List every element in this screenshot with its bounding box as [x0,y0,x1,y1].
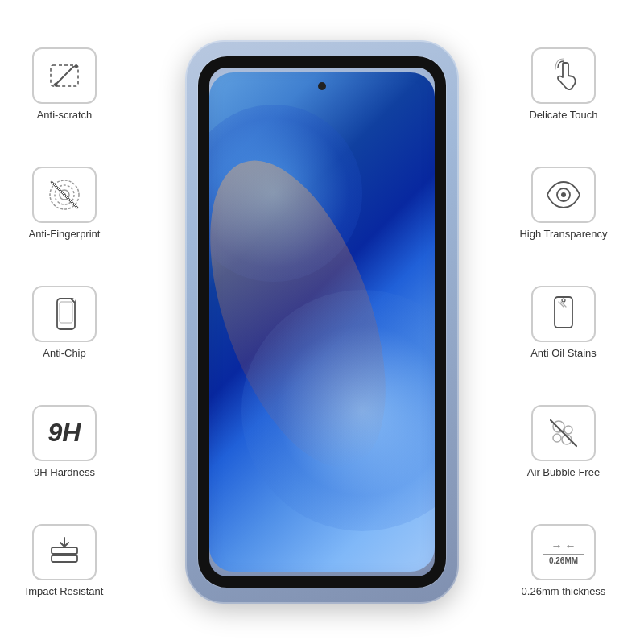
main-container: Anti-scratch Anti-Fingerprint [0,0,644,644]
feature-delicate-touch: Delicate Touch [529,47,597,121]
thickness-label: 0.26mm thickness [522,585,606,597]
screen-protector [198,56,446,588]
touch-icon [543,55,584,97]
feature-anti-oil-stains: Anti Oil Stains [530,286,597,359]
svg-rect-13 [52,547,77,554]
high-transparency-label: High Transparency [519,228,607,240]
svg-rect-11 [60,302,72,323]
air-bubble-free-icon-box [531,405,596,461]
feature-high-transparency: High Transparency [519,167,607,240]
eye-icon [543,174,584,216]
delicate-touch-label: Delicate Touch [529,109,597,121]
arrow-right: ← [564,539,576,552]
phone-outer [185,40,459,604]
anti-scratch-label: Anti-scratch [37,109,93,121]
feature-anti-chip: Anti-Chip [32,286,97,359]
anti-fingerprint-icon-box [32,167,97,223]
anti-chip-icon-box [32,286,97,342]
left-features-column: Anti-scratch Anti-Fingerprint [0,16,129,628]
feature-9h-hardness: 9H 9H Hardness [32,405,97,478]
anti-oil-stains-icon-box [531,286,596,342]
9h-icon-box: 9H [32,405,97,461]
impact-resistant-icon-box [32,524,97,580]
svg-point-17 [561,192,566,197]
svg-line-19 [559,302,564,307]
impact-icon [43,531,85,573]
svg-line-20 [561,302,566,307]
feature-anti-scratch: Anti-scratch [32,47,97,121]
svg-point-21 [562,299,565,302]
svg-point-22 [553,421,564,432]
svg-point-24 [553,434,561,442]
scratch-icon [44,56,85,96]
chip-icon [44,294,85,334]
thickness-inner: → ← 0.26MM [543,539,584,565]
thickness-value: 0.26MM [543,554,584,565]
anti-fingerprint-label: Anti-Fingerprint [29,228,101,240]
thickness-icon-box: → ← 0.26MM [531,524,596,580]
svg-point-23 [564,426,572,434]
9h-text: 9H [48,418,81,448]
anti-scratch-icon-box [32,47,97,104]
9h-hardness-label: 9H Hardness [34,466,95,478]
phone-wrapper [185,40,459,604]
bubbles-icon [543,412,584,454]
phone-small-icon [543,294,584,334]
feature-anti-fingerprint: Anti-Fingerprint [29,167,101,240]
right-features-column: Delicate Touch High Transparency [483,16,644,628]
high-transparency-icon-box [531,167,596,223]
feature-air-bubble-free: Air Bubble Free [527,405,600,478]
air-bubble-free-label: Air Bubble Free [527,466,600,478]
arrow-left: → [551,539,562,552]
svg-line-1 [56,67,73,85]
anti-oil-stains-label: Anti Oil Stains [530,347,597,359]
delicate-touch-icon-box [531,47,596,104]
svg-rect-14 [52,555,77,562]
feature-thickness: → ← 0.26MM 0.26mm thickness [522,524,606,597]
feature-impact-resistant: Impact Resistant [26,524,104,597]
impact-resistant-label: Impact Resistant [26,585,104,597]
fingerprint-icon [43,174,85,216]
svg-line-9 [52,182,77,208]
anti-chip-label: Anti-Chip [43,347,85,359]
thickness-arrows: → ← [551,539,576,552]
